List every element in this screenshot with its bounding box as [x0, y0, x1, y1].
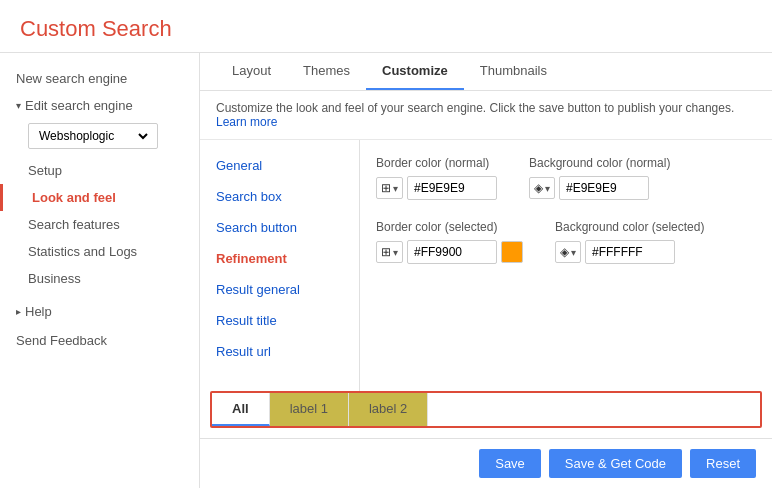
label-tabs-section: All label 1 label 2 — [210, 391, 762, 428]
border-selected-input[interactable] — [407, 240, 497, 264]
content-area: Layout Themes Customize Thumbnails Custo… — [200, 53, 772, 488]
left-nav-item-search-box[interactable]: Search box — [200, 181, 359, 212]
bg-normal-input[interactable] — [559, 176, 649, 200]
bg-color-selected-field: Background color (selected) ◈ ▾ — [555, 220, 704, 264]
reset-button[interactable]: Reset — [690, 449, 756, 478]
border-color-selected-label: Border color (selected) — [376, 220, 523, 234]
expand-arrow-icon: ▸ — [16, 306, 21, 317]
right-panel: Border color (normal) ⊞ ▾ Background col… — [360, 140, 772, 391]
engine-dropdown-container[interactable]: Webshoplogic — [0, 119, 199, 157]
bg-color-selected-label: Background color (selected) — [555, 220, 704, 234]
description-bar: Customize the look and feel of your sear… — [200, 91, 772, 140]
sidebar-item-statistics-logs[interactable]: Statistics and Logs — [0, 238, 199, 265]
inner-layout: General Search box Search button Refinem… — [200, 140, 772, 488]
left-nav-item-result-general[interactable]: Result general — [200, 274, 359, 305]
sidebar-item-new-search-engine[interactable]: New search engine — [0, 65, 199, 92]
sidebar-item-business[interactable]: Business — [0, 265, 199, 292]
left-nav-item-refinement[interactable]: Refinement — [200, 243, 359, 274]
bg-selected-input[interactable] — [585, 240, 675, 264]
page-title: Custom Search — [20, 16, 172, 41]
active-indicator — [0, 184, 3, 211]
sidebar-item-look-and-feel: Look and feel — [0, 184, 199, 211]
sidebar: New search engine ▾ Edit search engine W… — [0, 53, 200, 488]
label-tab-2[interactable]: label 2 — [349, 393, 428, 426]
border-normal-input[interactable] — [407, 176, 497, 200]
sidebar-item-send-feedback[interactable]: Send Feedback — [0, 327, 199, 354]
label-tab-1[interactable]: label 1 — [270, 393, 349, 426]
orange-swatch[interactable] — [501, 241, 523, 263]
collapse-arrow: ▾ — [16, 100, 21, 111]
dropdown-arrow3-icon: ▾ — [393, 247, 398, 258]
dropdown-arrow-icon: ▾ — [393, 183, 398, 194]
fill2-icon: ◈ — [560, 245, 569, 259]
left-nav-item-result-title[interactable]: Result title — [200, 305, 359, 336]
bg-color-normal-label: Background color (normal) — [529, 156, 670, 170]
grid-icon: ⊞ — [381, 181, 391, 195]
fill-icon: ◈ — [534, 181, 543, 195]
left-nav-item-result-url[interactable]: Result url — [200, 336, 359, 367]
sidebar-item-edit-search-engine: ▾ Edit search engine — [0, 92, 199, 119]
sidebar-item-search-features[interactable]: Search features — [0, 211, 199, 238]
left-nav-item-search-button[interactable]: Search button — [200, 212, 359, 243]
sidebar-item-help[interactable]: ▸ Help — [0, 296, 199, 327]
label-tabs-bar: All label 1 label 2 — [212, 393, 760, 426]
engine-select-input[interactable]: Webshoplogic — [35, 128, 151, 144]
description-text: Customize the look and feel of your sear… — [216, 101, 734, 115]
border-color-selected-field: Border color (selected) ⊞ ▾ — [376, 220, 523, 264]
tab-customize[interactable]: Customize — [366, 53, 464, 90]
left-nav-item-general[interactable]: General — [200, 150, 359, 181]
engine-select[interactable]: Webshoplogic — [28, 123, 158, 149]
tab-thumbnails[interactable]: Thumbnails — [464, 53, 563, 90]
tab-bar: Layout Themes Customize Thumbnails — [200, 53, 772, 91]
tab-layout[interactable]: Layout — [216, 53, 287, 90]
sidebar-item-look-and-feel-label[interactable]: Look and feel — [0, 184, 132, 211]
tab-themes[interactable]: Themes — [287, 53, 366, 90]
border-normal-selector[interactable]: ⊞ ▾ — [376, 177, 403, 199]
save-button[interactable]: Save — [479, 449, 541, 478]
bg-color-normal-field: Background color (normal) ◈ ▾ — [529, 156, 670, 200]
dropdown-arrow2-icon: ▾ — [545, 183, 550, 194]
bg-selected-selector[interactable]: ◈ ▾ — [555, 241, 581, 263]
learn-more-link[interactable]: Learn more — [216, 115, 277, 129]
sidebar-item-setup[interactable]: Setup — [0, 157, 199, 184]
grid2-icon: ⊞ — [381, 245, 391, 259]
bg-normal-selector[interactable]: ◈ ▾ — [529, 177, 555, 199]
left-nav: General Search box Search button Refinem… — [200, 140, 360, 391]
border-color-normal-field: Border color (normal) ⊞ ▾ — [376, 156, 497, 200]
border-color-normal-label: Border color (normal) — [376, 156, 497, 170]
dropdown-arrow4-icon: ▾ — [571, 247, 576, 258]
border-selected-selector[interactable]: ⊞ ▾ — [376, 241, 403, 263]
save-get-code-button[interactable]: Save & Get Code — [549, 449, 682, 478]
label-tab-all[interactable]: All — [212, 393, 270, 426]
footer: Save Save & Get Code Reset — [200, 438, 772, 488]
